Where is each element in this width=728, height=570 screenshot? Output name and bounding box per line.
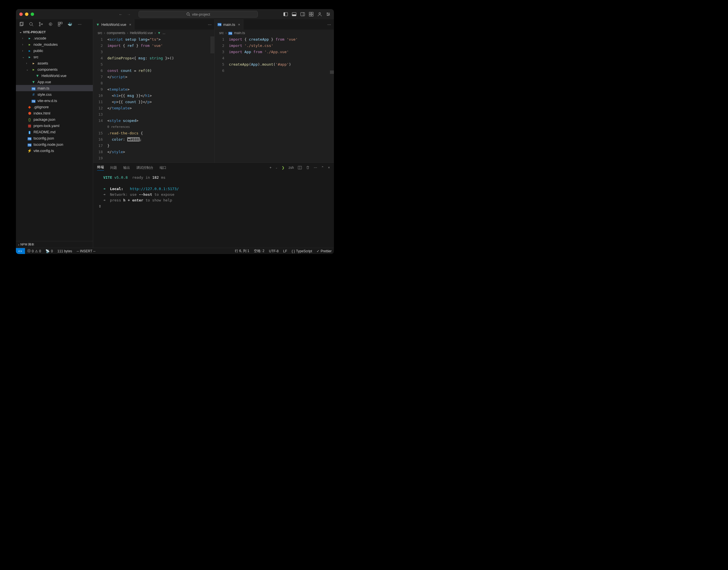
- layout-sidebar-left-icon[interactable]: [283, 12, 288, 16]
- encoding[interactable]: UTF-8: [266, 249, 281, 253]
- tree-item-main-ts[interactable]: TSmain.ts: [16, 85, 93, 91]
- more-icon[interactable]: ⋯: [314, 166, 317, 170]
- tree-item-vite-env-d-ts[interactable]: TSvite-env.d.ts: [16, 97, 93, 104]
- sidebar-toolbar: 🐳 ⋯: [16, 19, 93, 29]
- tree-item-package-json[interactable]: {}package.json: [16, 116, 93, 122]
- check-icon: ✓: [316, 249, 319, 253]
- file-size[interactable]: 111 bytes: [55, 249, 74, 253]
- svg-line-1: [189, 15, 190, 16]
- cursor-position[interactable]: 行 6, 列 1: [232, 249, 251, 253]
- customize-layout-icon[interactable]: [309, 12, 313, 16]
- tree-item-node_modules[interactable]: ›▸node_modules: [16, 41, 93, 47]
- language-mode[interactable]: { } TypeScript: [289, 249, 314, 253]
- layout-panel-icon[interactable]: [292, 12, 296, 16]
- chevron-up-icon[interactable]: ⌃: [321, 166, 324, 170]
- panel-tab-terminal[interactable]: 终端: [97, 165, 104, 171]
- tree-item-public[interactable]: ›▸public: [16, 47, 93, 54]
- svg-point-16: [327, 13, 328, 14]
- breadcrumb-right[interactable]: src›TS main.ts: [215, 30, 334, 36]
- tree-item-README-md[interactable]: iREADME.md: [16, 129, 93, 135]
- svg-point-24: [39, 25, 40, 26]
- close-window[interactable]: [19, 12, 23, 16]
- errors-warnings[interactable]: ⓧ0 ⚠0: [25, 249, 43, 253]
- project-name: VITE-PROJECT: [23, 30, 46, 34]
- maximize-window[interactable]: [31, 12, 34, 16]
- tree-item-index-html[interactable]: ⬢index.html: [16, 110, 93, 116]
- panel-tab-problems[interactable]: 问题: [110, 166, 117, 170]
- tab-helloworld[interactable]: ▼ HelloWorld.vue ×: [93, 19, 134, 30]
- layout-sidebar-right-icon[interactable]: [300, 12, 305, 16]
- sidebar: 🐳 ⋯ ⌄ VITE-PROJECT ›▸.vscode›▸node_modul…: [16, 19, 93, 248]
- svg-rect-29: [58, 24, 60, 26]
- scrollbar-thumb[interactable]: [330, 70, 334, 74]
- svg-rect-28: [60, 22, 62, 24]
- tree-item-src[interactable]: ⌄▸src: [16, 54, 93, 60]
- code-editor-left[interactable]: 1<script setup lang="ts">2import { ref }…: [93, 36, 214, 163]
- extensions-icon[interactable]: [58, 22, 62, 26]
- bottom-panel: 终端 问题 输出 调试控制台 端口 + ⌄ ❯ zsh ⋯ ⌃ ×: [93, 163, 334, 248]
- settings-icon[interactable]: [326, 12, 330, 16]
- nav-forward[interactable]: →: [127, 12, 131, 16]
- svg-point-12: [319, 12, 320, 14]
- more-icon[interactable]: ⋯: [77, 22, 82, 26]
- panel-tab-ports[interactable]: 端口: [159, 166, 166, 170]
- tree-item-App-vue[interactable]: ▼App.vue: [16, 79, 93, 85]
- indentation[interactable]: 空格: 2: [251, 249, 266, 253]
- svg-line-22: [32, 25, 33, 26]
- panel-actions: + ⌄ ❯ zsh ⋯ ⌃ ×: [269, 166, 330, 170]
- tree-item-vite-config-ts[interactable]: ⚡vite.config.ts: [16, 148, 93, 154]
- explorer-icon[interactable]: [19, 22, 24, 26]
- explorer-header[interactable]: ⌄ VITE-PROJECT: [16, 29, 93, 35]
- minimize-window[interactable]: [25, 12, 28, 16]
- tab-actions-right: ⋯: [324, 19, 334, 30]
- account-icon[interactable]: [317, 12, 322, 16]
- svg-rect-5: [292, 14, 296, 16]
- tree-item--vscode[interactable]: ›▸.vscode: [16, 35, 93, 41]
- editor-tabs-right: TS main.ts × ⋯: [215, 19, 334, 30]
- close-icon[interactable]: ×: [238, 22, 240, 27]
- breadcrumb-left[interactable]: src›components›HelloWorld.vue›▼ ...: [93, 30, 214, 36]
- search-icon: [186, 12, 190, 16]
- close-panel-icon[interactable]: ×: [328, 166, 330, 170]
- tree-item-pnpm-lock-yaml[interactable]: ▦pnpm-lock.yaml: [16, 122, 93, 129]
- debug-icon[interactable]: [48, 22, 53, 26]
- command-center[interactable]: vite-project: [138, 11, 258, 18]
- code-editor-right[interactable]: 1import { createApp } from 'vue'2import …: [215, 36, 334, 163]
- vim-mode: -- INSERT --: [74, 249, 98, 253]
- svg-rect-9: [311, 12, 313, 14]
- close-icon[interactable]: ×: [129, 22, 131, 27]
- more-icon[interactable]: ⋯: [208, 22, 211, 27]
- ports-status[interactable]: 📡0: [43, 249, 55, 253]
- split-terminal-icon[interactable]: [298, 166, 302, 170]
- more-icon[interactable]: ⋯: [327, 22, 331, 27]
- tree-item-HelloWorld-vue[interactable]: ▼HelloWorld.vue: [16, 72, 93, 79]
- trash-icon[interactable]: [306, 166, 310, 170]
- shell-label[interactable]: zsh: [288, 166, 294, 170]
- tab-main-ts[interactable]: TS main.ts ×: [215, 19, 243, 30]
- chevron-down-icon[interactable]: ⌄: [275, 166, 278, 169]
- prettier-status[interactable]: ✓ Prettier: [314, 249, 334, 253]
- panel-tab-output[interactable]: 输出: [123, 166, 130, 170]
- tree-item-assets[interactable]: ›▸assets: [16, 60, 93, 66]
- search-tab-icon[interactable]: [29, 22, 33, 26]
- minimap[interactable]: [210, 36, 214, 53]
- editor-tabs-left: ▼ HelloWorld.vue × ⋯: [93, 19, 214, 30]
- tab-actions-left: ⋯: [205, 19, 214, 30]
- tree-item-tsconfig-json[interactable]: TStsconfig.json: [16, 135, 93, 141]
- docker-icon[interactable]: 🐳: [68, 22, 72, 26]
- remote-indicator[interactable]: [16, 248, 25, 254]
- npm-scripts-section[interactable]: › NPM 脚本: [16, 241, 93, 248]
- tree-item--gitignore[interactable]: ◆.gitignore: [16, 104, 93, 110]
- ts-icon: TS: [217, 23, 221, 26]
- nav-back[interactable]: ←: [119, 12, 122, 16]
- tree-item-tsconfig-node-json[interactable]: TStsconfig.node.json: [16, 141, 93, 148]
- titlebar: ← → vite-project: [16, 9, 334, 19]
- terminal-output[interactable]: VITE v5.0.8 ready in 182 ms ➜ Local: htt…: [93, 173, 334, 248]
- new-terminal-icon[interactable]: +: [269, 166, 271, 170]
- eol[interactable]: LF: [281, 249, 289, 253]
- source-control-icon[interactable]: [39, 22, 43, 26]
- tree-item-components[interactable]: ⌄▸components: [16, 66, 93, 72]
- traffic-lights: [19, 12, 34, 16]
- panel-tab-debug[interactable]: 调试控制台: [136, 166, 153, 170]
- tree-item-style-css[interactable]: #style.css: [16, 91, 93, 97]
